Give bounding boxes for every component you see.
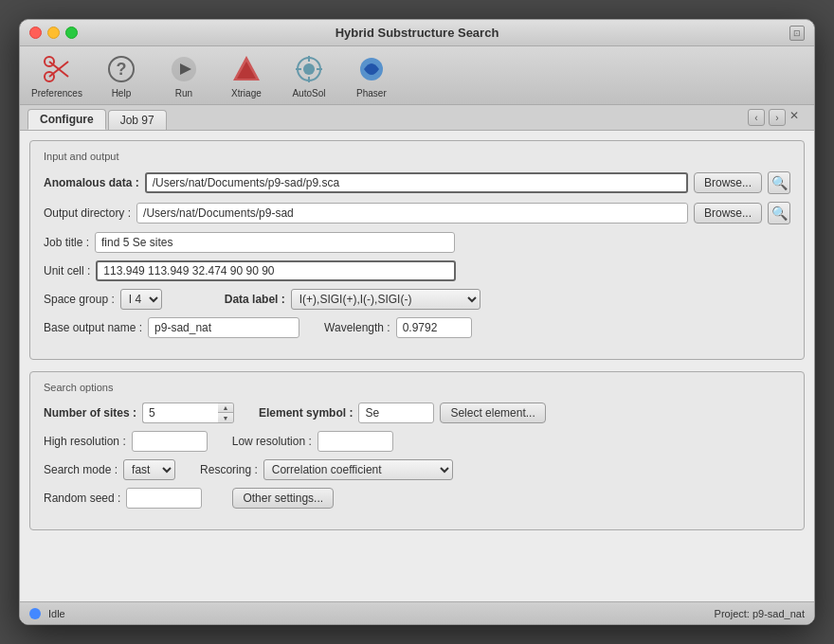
toolbar: Preferences ? Help Run [20, 46, 814, 105]
sites-element-row: Number of sites : ▲ ▼ Element symbol : S… [44, 402, 790, 423]
anomalous-browse-button[interactable]: Browse... [694, 172, 762, 193]
rescoring-label: Rescoring : [200, 463, 258, 476]
status-text: Idle [48, 608, 65, 619]
traffic-lights [29, 27, 78, 39]
search-options-section: Search options Number of sites : ▲ ▼ Ele… [29, 371, 805, 530]
project-label: Project: p9-sad_nat [715, 608, 805, 619]
tab-close-button[interactable]: ✕ [789, 109, 807, 126]
num-sites-label: Number of sites : [44, 406, 136, 420]
high-res-label: High resolution : [44, 435, 126, 448]
run-label: Run [175, 88, 192, 98]
low-res-label: Low resolution : [232, 435, 312, 448]
statusbar: Idle Project: p9-sad_nat [20, 601, 814, 624]
autosol-tool[interactable]: AutoSol [285, 52, 333, 98]
output-dir-input[interactable] [136, 203, 688, 224]
maximize-button[interactable] [65, 27, 78, 39]
data-label-select[interactable]: I(+),SIGI(+),I(-),SIGI(-) [291, 289, 480, 310]
random-seed-row: Random seed : Other settings... [44, 488, 790, 509]
search-options-label: Search options [44, 382, 790, 393]
status-indicator [29, 608, 41, 619]
random-seed-label: Random seed : [44, 492, 120, 505]
unit-cell-input[interactable] [96, 260, 456, 281]
autosol-label: AutoSol [292, 88, 325, 98]
autosol-icon [292, 52, 326, 86]
input-output-section: Input and output Anomalous data : Browse… [29, 140, 805, 360]
unit-cell-row: Unit cell : [44, 260, 790, 281]
tab-next-button[interactable]: › [769, 109, 786, 126]
wavelength-input[interactable] [396, 317, 472, 338]
help-icon: ? [104, 52, 138, 86]
anomalous-data-row: Anomalous data : Browse... 🔍 [44, 171, 790, 194]
element-symbol-input[interactable] [358, 402, 434, 423]
run-icon [167, 52, 201, 86]
xtriage-label: Xtriage [231, 88, 262, 98]
spinner-up-button[interactable]: ▲ [218, 403, 233, 413]
num-sites-spinner: ▲ ▼ [142, 402, 234, 423]
output-dir-row: Output directory : Browse... 🔍 [44, 202, 790, 224]
space-group-label: Space group : [44, 293, 115, 306]
other-settings-button[interactable]: Other settings... [232, 488, 334, 509]
phaser-tool[interactable]: Phaser [348, 52, 395, 98]
tab-configure[interactable]: Configure [27, 109, 106, 130]
spinner-down-button[interactable]: ▼ [218, 413, 233, 422]
preferences-tool[interactable]: Preferences [31, 52, 82, 98]
minimize-button[interactable] [47, 27, 60, 39]
data-label-label: Data label : [225, 293, 285, 306]
base-output-wavelength-row: Base output name : Wavelength : [44, 317, 790, 338]
num-sites-input[interactable] [142, 402, 218, 423]
tab-job97[interactable]: Job 97 [108, 110, 167, 130]
content-area: Input and output Anomalous data : Browse… [20, 131, 814, 601]
output-browse-button[interactable]: Browse... [694, 203, 762, 224]
preferences-label: Preferences [31, 88, 82, 98]
help-label: Help [112, 88, 132, 98]
element-symbol-label: Element symbol : [259, 406, 353, 420]
run-tool[interactable]: Run [160, 52, 208, 98]
search-mode-select[interactable]: fast slow [123, 459, 175, 480]
search-mode-rescoring-row: Search mode : fast slow Rescoring : Corr… [44, 459, 790, 480]
phaser-icon [354, 52, 389, 86]
tab-prev-button[interactable]: ‹ [748, 109, 765, 126]
resolution-row: High resolution : Low resolution : [44, 431, 790, 452]
unit-cell-label: Unit cell : [44, 264, 90, 277]
tab-navigation: ‹ › ✕ [748, 109, 807, 130]
rescoring-select[interactable]: Correlation coefficient Z-score [263, 459, 453, 480]
spinner-controls: ▲ ▼ [218, 402, 234, 423]
random-seed-input[interactable] [126, 488, 202, 509]
close-button[interactable] [29, 27, 42, 39]
low-res-input[interactable] [317, 431, 393, 452]
job-title-label: Job title : [44, 236, 89, 249]
job-title-input[interactable] [95, 232, 455, 253]
anomalous-search-icon[interactable]: 🔍 [768, 171, 790, 194]
output-dir-label: Output directory : [44, 206, 131, 220]
anomalous-data-label: Anomalous data : [44, 176, 139, 189]
high-res-input[interactable] [132, 431, 208, 452]
xtriage-tool[interactable]: Xtriage [223, 52, 270, 98]
help-tool[interactable]: ? Help [98, 52, 145, 98]
output-search-icon[interactable]: 🔍 [768, 202, 790, 224]
preferences-icon [40, 52, 74, 86]
phaser-label: Phaser [356, 88, 387, 98]
resize-button[interactable]: ⊡ [789, 26, 805, 41]
select-element-button[interactable]: Select element... [440, 402, 545, 423]
search-mode-label: Search mode : [44, 463, 118, 476]
svg-point-11 [303, 63, 315, 75]
wavelength-label: Wavelength : [324, 321, 390, 334]
xtriage-icon [229, 52, 263, 86]
titlebar: Hybrid Substructure Search ⊡ [20, 20, 814, 46]
space-group-select[interactable]: I 4 [120, 289, 162, 310]
anomalous-data-input[interactable] [145, 172, 688, 193]
tabs-bar: Configure Job 97 ‹ › ✕ [20, 105, 814, 131]
base-output-label: Base output name : [44, 321, 142, 334]
job-title-row: Job title : [44, 232, 790, 253]
main-window: Hybrid Substructure Search ⊡ Preferences… [19, 19, 815, 625]
svg-text:?: ? [116, 60, 126, 79]
window-title: Hybrid Substructure Search [335, 26, 499, 40]
input-output-label: Input and output [44, 151, 790, 162]
base-output-input[interactable] [148, 317, 299, 338]
space-group-data-label-row: Space group : I 4 Data label : I(+),SIGI… [44, 289, 790, 310]
